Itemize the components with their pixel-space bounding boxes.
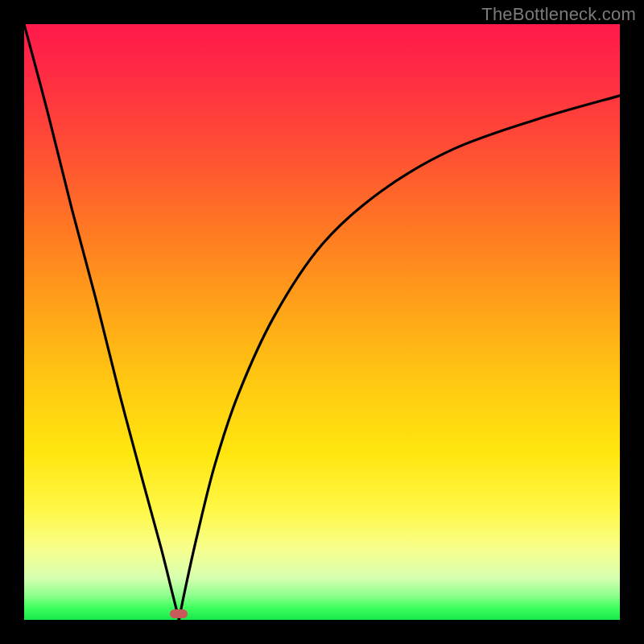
minimum-marker [170, 609, 188, 618]
chart-frame: TheBottleneck.com [0, 0, 644, 644]
plot-area [24, 24, 620, 620]
watermark-text: TheBottleneck.com [481, 4, 636, 25]
curve-svg [24, 24, 620, 620]
curve-left-branch [24, 24, 179, 620]
curve-right-branch [179, 96, 620, 620]
